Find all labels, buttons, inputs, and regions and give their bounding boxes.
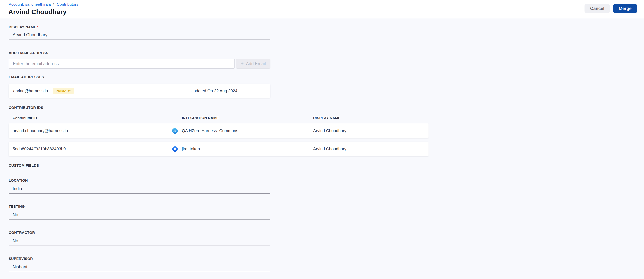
column-header-contributor-id: Contributor ID (13, 116, 170, 120)
required-asterisk: * (37, 25, 38, 29)
contributor-id-row[interactable]: 5eda80244ff3210b882493b9 (9, 142, 428, 156)
custom-field: LOCATION India (9, 178, 644, 194)
custom-field-label: TESTING (9, 204, 644, 209)
email-address-value: arvind@harness.io (13, 89, 48, 93)
main-content: DISPLAY NAME* Arvind Choudhary ADD EMAIL… (0, 25, 644, 279)
email-addresses-group: EMAIL ADDRESSES arvind@harness.io PRIMAR… (9, 75, 644, 98)
breadcrumb-account-link[interactable]: Account: sai.cheethirala (9, 2, 51, 7)
custom-fields-group: CUSTOM FIELDS LOCATION India TESTING No (9, 163, 644, 279)
contributor-id-value: arvind.choudhary@harness.io (13, 128, 170, 133)
header-actions: Cancel Merge (584, 4, 637, 13)
breadcrumb-chevron-icon: › (53, 2, 54, 7)
email-address-row[interactable]: arvind@harness.io PRIMARY Updated On 22 … (9, 84, 270, 98)
add-email-button-label: Add Email (246, 61, 266, 66)
custom-fields-label: CUSTOM FIELDS (9, 163, 644, 168)
display-name-value: Arvind Choudhary (13, 32, 270, 38)
display-name-field[interactable]: Arvind Choudhary (9, 30, 270, 40)
custom-field-value: India (13, 186, 270, 191)
contributor-ids-table-header: Contributor ID INTEGRATION NAME DISPLAY … (9, 116, 428, 120)
contributor-id-row[interactable]: arvind.choudhary@harness.io (9, 123, 428, 138)
custom-field-label: SUPERVISOR (9, 257, 644, 261)
custom-field-input[interactable]: Nishant (9, 262, 270, 272)
custom-field-input[interactable]: No (9, 209, 270, 220)
column-header-integration-name: INTEGRATION NAME (170, 116, 313, 120)
custom-field-label: LOCATION (9, 178, 644, 183)
custom-field: SUPERVISOR Nishant (9, 257, 644, 272)
cancel-button[interactable]: Cancel (584, 4, 610, 13)
jira-icon (170, 145, 179, 153)
contributor-ids-group: CONTRIBUTOR IDS Contributor ID INTEGRATI… (9, 106, 644, 156)
custom-field-value: No (13, 238, 270, 243)
column-header-display-name: DISPLAY NAME (313, 116, 428, 120)
primary-badge: PRIMARY (53, 88, 74, 94)
contributor-ids-label: CONTRIBUTOR IDS (9, 106, 644, 110)
custom-field-input[interactable]: India (9, 183, 270, 194)
svg-text:</>: </> (173, 130, 177, 133)
add-email-label: ADD EMAIL ADDRESS (9, 51, 644, 55)
merge-button[interactable]: Merge (613, 4, 637, 13)
add-email-group: ADD EMAIL ADDRESS + Add Email (9, 51, 644, 69)
display-name-label: DISPLAY NAME* (9, 25, 644, 30)
breadcrumb: Account: sai.cheethirala › Contributors (9, 2, 644, 7)
email-input[interactable] (9, 59, 234, 69)
integration-name-value: QA HZero Harness_Commons (182, 128, 238, 133)
custom-field-value: Nishant (13, 264, 270, 269)
integration-name-value: jira_token (182, 146, 200, 151)
page-header: Account: sai.cheethirala › Contributors … (0, 0, 644, 18)
custom-field: TESTING No (9, 204, 644, 220)
contributor-id-value: 5eda80244ff3210b882493b9 (13, 146, 170, 151)
page-title: Arvind Choudhary (4, 8, 644, 16)
custom-field-input[interactable]: No (9, 235, 270, 246)
email-addresses-label: EMAIL ADDRESSES (9, 75, 644, 79)
breadcrumb-contributors-link[interactable]: Contributors (57, 2, 78, 7)
row-display-name-value: Arvind Choudhary (313, 146, 428, 151)
row-display-name-value: Arvind Choudhary (313, 128, 428, 133)
custom-field: CONTRACTOR No (9, 231, 644, 246)
plus-icon: + (240, 61, 244, 66)
display-name-group: DISPLAY NAME* Arvind Choudhary (9, 25, 644, 40)
custom-field-value: No (13, 212, 270, 217)
email-updated-on: Updated On 22 Aug 2024 (190, 89, 238, 93)
custom-field-label: CONTRACTOR (9, 231, 644, 235)
add-email-button[interactable]: + Add Email (236, 59, 270, 69)
code-integration-icon: </> (170, 126, 179, 135)
